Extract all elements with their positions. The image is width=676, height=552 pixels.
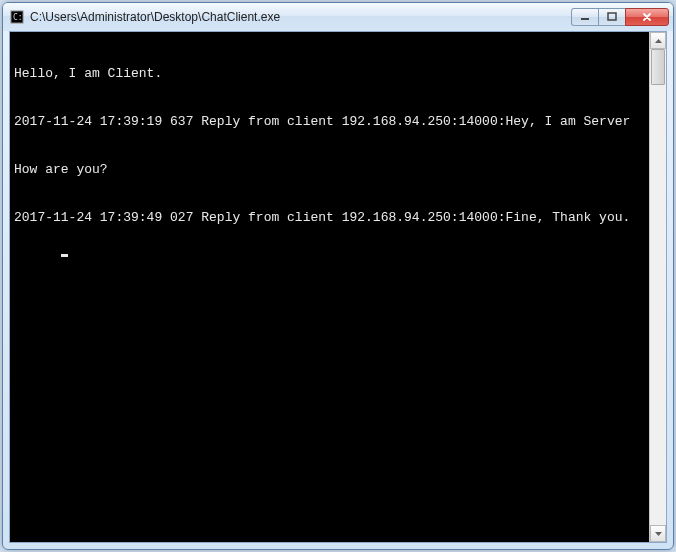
text-cursor [61,254,68,257]
console-line: Hello, I am Client. [14,66,645,82]
svg-rect-2 [581,18,589,20]
titlebar[interactable]: C: C:\Users\Administrator\Desktop\ChatCl… [3,3,673,31]
application-window: C: C:\Users\Administrator\Desktop\ChatCl… [2,2,674,550]
app-icon: C: [9,9,25,25]
vertical-scrollbar[interactable] [649,32,666,542]
console-line: 2017-11-24 17:39:19 637 Reply from clien… [14,114,645,130]
scroll-track[interactable] [650,49,666,525]
client-area: Hello, I am Client. 2017-11-24 17:39:19 … [9,31,667,543]
window-title: C:\Users\Administrator\Desktop\ChatClien… [30,10,572,24]
svg-rect-3 [608,13,616,20]
console-line: How are you? [14,162,645,178]
scroll-thumb[interactable] [651,49,665,85]
scroll-down-button[interactable] [650,525,666,542]
console-line: 2017-11-24 17:39:49 027 Reply from clien… [14,210,645,226]
console-output[interactable]: Hello, I am Client. 2017-11-24 17:39:19 … [10,32,649,542]
minimize-button[interactable] [571,8,599,26]
close-button[interactable] [625,8,669,26]
maximize-button[interactable] [598,8,626,26]
svg-text:C:: C: [13,13,23,22]
window-controls [572,8,669,26]
scroll-up-button[interactable] [650,32,666,49]
